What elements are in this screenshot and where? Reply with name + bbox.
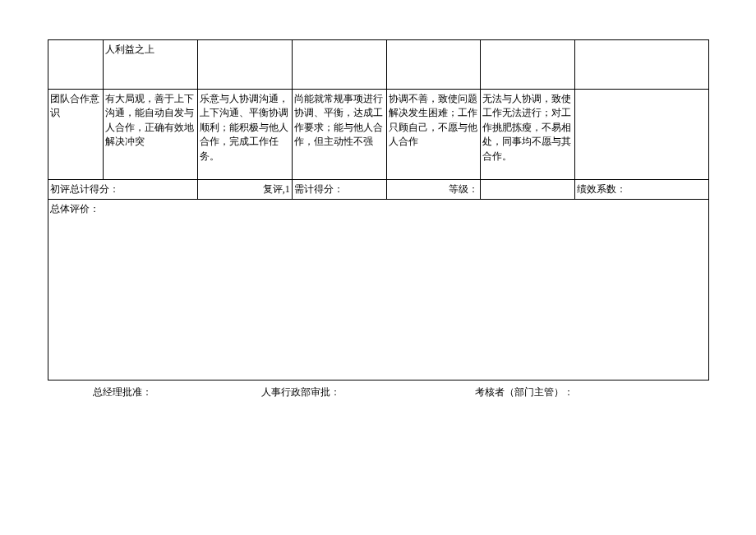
assessor-label: 考核者（部门主管）：	[467, 385, 672, 399]
initial-score-label: 初评总计得分：	[48, 180, 198, 200]
score-row: 初评总计得分： 复评,1 需计得分： 等级： 绩效系数：	[48, 180, 709, 200]
cell	[48, 40, 104, 90]
cell	[481, 40, 575, 90]
overall-evaluation: 总体评价：	[48, 200, 709, 380]
cell	[386, 40, 481, 90]
level-excellent: 有大局观，善于上下沟通，能自动自发与人合作，正确有效地解决冲突	[104, 90, 198, 180]
signature-footer: 总经理批准： 人事行政部审批： 考核者（部门主管）：	[48, 385, 709, 399]
required-score-label: 需计得分：	[292, 180, 386, 200]
cell	[481, 180, 575, 200]
cell	[575, 90, 709, 180]
level-good: 乐意与人协调沟通，上下沟通、平衡协调顺利；能积极与他人合作，完成工作任务。	[197, 90, 292, 180]
coefficient-label: 绩效系数：	[575, 180, 709, 200]
review-label: 复评,1	[197, 180, 292, 200]
table-row: 人利益之上	[48, 40, 709, 90]
cell	[575, 40, 709, 90]
hr-approval-label: 人事行政部审批：	[253, 385, 467, 399]
gm-approval-label: 总经理批准：	[48, 385, 253, 399]
document-page: 人利益之上 团队合作意识 有大局观，善于上下沟通，能自动自发与人合作，正确有效地…	[0, 39, 756, 399]
level-average: 尚能就常规事项进行协调、平衡，达成工作要求；能与他人合作，但主动性不强	[292, 90, 386, 180]
cell	[197, 40, 292, 90]
grade-label: 等级：	[386, 180, 481, 200]
cell: 人利益之上	[104, 40, 198, 90]
level-bad: 无法与人协调，致使工作无法进行；对工作挑肥拣瘦，不易相处，同事均不愿与其合作。	[481, 90, 575, 180]
cell	[292, 40, 386, 90]
level-poor: 协调不善，致使问题解决发生困难；工作只顾自己，不愿与他人合作	[386, 90, 481, 180]
criterion-label: 团队合作意识	[48, 90, 104, 180]
overall-eval-row: 总体评价：	[48, 200, 709, 380]
evaluation-table: 人利益之上 团队合作意识 有大局观，善于上下沟通，能自动自发与人合作，正确有效地…	[48, 39, 709, 380]
table-row: 团队合作意识 有大局观，善于上下沟通，能自动自发与人合作，正确有效地解决冲突 乐…	[48, 90, 709, 180]
